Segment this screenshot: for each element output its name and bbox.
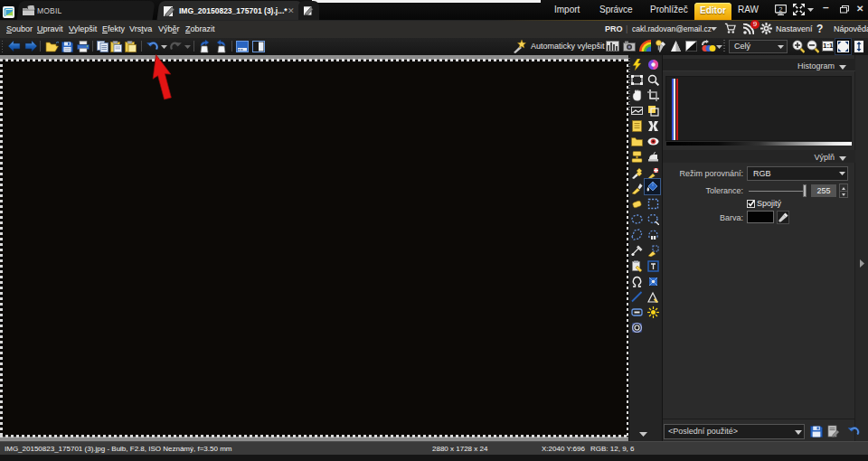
svg-text:2: 2 [779,6,783,13]
